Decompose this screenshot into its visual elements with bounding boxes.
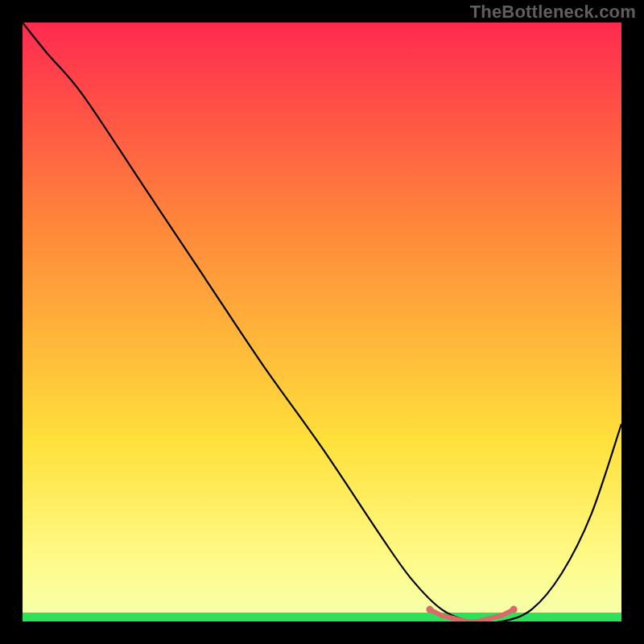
valley-marker-end	[426, 606, 433, 613]
plot-area	[23, 23, 621, 621]
valley-marker-end	[510, 606, 518, 613]
chart-frame: TheBottleneck.com	[0, 0, 644, 644]
gradient-background	[23, 23, 621, 621]
plot-svg	[23, 23, 621, 621]
watermark-text: TheBottleneck.com	[470, 2, 636, 23]
